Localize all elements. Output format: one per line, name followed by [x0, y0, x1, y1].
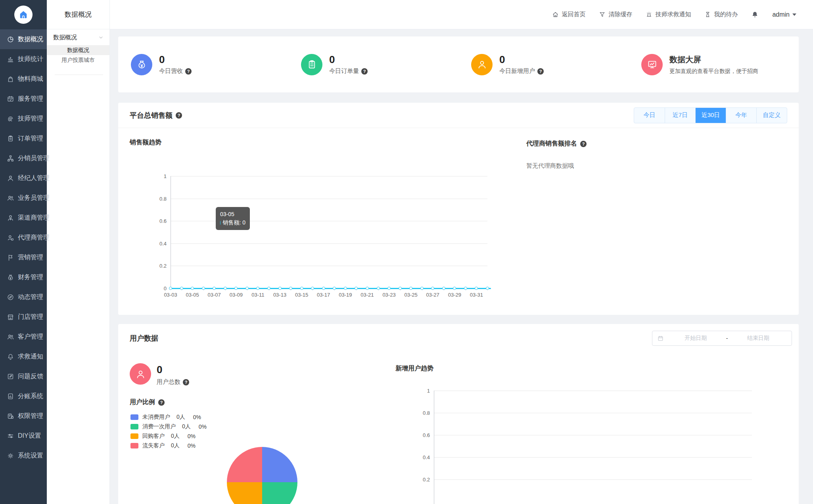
data-point-marker[interactable] — [224, 287, 227, 290]
data-point-marker[interactable] — [387, 287, 391, 290]
data-point-marker[interactable] — [475, 287, 478, 290]
data-point-marker[interactable] — [311, 287, 314, 290]
sliders-icon — [7, 432, 14, 440]
help-icon[interactable]: ? — [183, 379, 189, 385]
app-logo[interactable] — [0, 0, 47, 29]
data-point-marker[interactable] — [256, 287, 259, 290]
stat-card-label: 今日订单量 — [329, 67, 359, 75]
sidebar-item-5[interactable]: 订单管理 — [0, 128, 47, 148]
data-point-marker[interactable] — [322, 287, 325, 290]
data-point-marker[interactable] — [453, 287, 456, 290]
x-axis-label: 03-31 — [470, 292, 483, 298]
sales-trend-chart[interactable]: 00.20.40.60.8103-0303-0503-0703-0903-110… — [171, 176, 487, 288]
sidebar-item-12[interactable]: 财务管理 — [0, 267, 47, 287]
legend-item-3[interactable]: 流失客户0人0% — [130, 441, 207, 450]
range-tab-2[interactable]: 近30日 — [695, 108, 726, 123]
data-point-marker[interactable] — [267, 287, 270, 290]
sidebar-item-13[interactable]: 动态管理 — [0, 287, 47, 307]
submenu-item-1[interactable]: 用户投票城市 — [47, 55, 109, 65]
sidebar-item-16[interactable]: 求救通知 — [0, 347, 47, 366]
help-icon[interactable]: ? — [158, 399, 165, 406]
data-point-marker[interactable] — [278, 287, 282, 290]
stat-card-title[interactable]: 数据大屏 — [669, 54, 758, 65]
sidebar-item-8[interactable]: 业务员管理 — [0, 188, 47, 208]
help-icon[interactable]: ? — [580, 141, 587, 147]
compass-icon — [7, 293, 14, 301]
help-icon[interactable]: ? — [185, 68, 192, 75]
sidebar-item-4[interactable]: 技师管理 — [0, 109, 47, 128]
data-point-marker[interactable] — [442, 287, 445, 290]
data-point-marker[interactable] — [355, 287, 358, 290]
legend-item-0[interactable]: 未消费用户0人0% — [130, 412, 207, 422]
date-separator: - — [725, 335, 730, 341]
sidebar-item-11[interactable]: 营销管理 — [0, 247, 47, 267]
start-date-input[interactable]: 开始日期 — [667, 335, 725, 342]
legend-label: 消费一次用户 — [142, 423, 176, 430]
notifications-bell-button[interactable] — [751, 11, 759, 18]
help-icon[interactable]: ? — [537, 68, 544, 75]
sidebar-item-18[interactable]: 分账系统 — [0, 386, 47, 406]
data-point-marker[interactable] — [234, 287, 238, 290]
new-users-trend-chart[interactable]: 10.80.60.40.2 — [434, 391, 752, 504]
data-point-marker[interactable] — [213, 287, 216, 290]
legend-item-2[interactable]: 回购客户0人0% — [130, 431, 207, 441]
sidebar-item-7[interactable]: 经纪人管理 — [0, 168, 47, 188]
help-icon[interactable]: ? — [176, 112, 182, 119]
sidebar-item-20[interactable]: DIY设置 — [0, 426, 47, 446]
data-point-marker[interactable] — [245, 287, 249, 290]
help-icon[interactable]: ? — [361, 68, 368, 75]
submenu-group-toggle[interactable]: 数据概况 — [47, 29, 109, 45]
data-point-marker[interactable] — [333, 287, 336, 290]
data-point-marker[interactable] — [399, 287, 402, 290]
date-range-picker[interactable]: 开始日期 - 结束日期 — [652, 331, 792, 346]
range-tab-0[interactable]: 今日 — [634, 108, 665, 123]
sidebar-item-21[interactable]: 系统设置 — [0, 446, 47, 466]
data-point-marker[interactable] — [169, 287, 172, 290]
sidebar-item-9[interactable]: 渠道商管理 — [0, 208, 47, 228]
end-date-input[interactable]: 结束日期 — [729, 335, 787, 342]
data-screen-icon — [647, 59, 658, 70]
header-nav-1[interactable]: 清除缓存 — [599, 11, 632, 18]
data-point-marker[interactable] — [366, 287, 369, 290]
data-point-marker[interactable] — [191, 287, 194, 290]
user-tie-icon — [7, 214, 14, 222]
y-axis-label: 0.6 — [423, 432, 430, 438]
range-tab-3[interactable]: 今年 — [726, 108, 756, 123]
data-point-marker[interactable] — [180, 287, 183, 290]
data-point-marker[interactable] — [202, 287, 205, 290]
header-nav-2[interactable]: 技师求救通知 — [646, 11, 691, 18]
sidebar-item-3[interactable]: 服务管理 — [0, 89, 47, 109]
sidebar-item-17[interactable]: 问题反馈 — [0, 366, 47, 386]
sidebar-item-19[interactable]: 权限管理 — [0, 406, 47, 426]
sidebar-item-14[interactable]: 门店管理 — [0, 307, 47, 327]
data-point-marker[interactable] — [420, 287, 424, 290]
sidebar-item-label: 求救通知 — [18, 353, 43, 361]
data-point-marker[interactable] — [409, 287, 412, 290]
data-point-marker[interactable] — [344, 287, 347, 290]
sidebar-item-15[interactable]: 客户管理 — [0, 327, 47, 347]
range-tab-1[interactable]: 近7日 — [665, 108, 695, 123]
legend-item-1[interactable]: 消费一次用户0人0% — [130, 422, 207, 431]
sidebar-item-2[interactable]: 物料商城 — [0, 69, 47, 89]
technician-icon — [7, 115, 14, 123]
range-tab-4[interactable]: 自定义 — [756, 108, 787, 123]
sidebar-item-1[interactable]: 技师统计 — [0, 49, 47, 69]
data-point-marker[interactable] — [300, 287, 303, 290]
sidebar-item-10[interactable]: 代理商管理 — [0, 228, 47, 247]
user-menu[interactable]: admin — [772, 11, 796, 18]
user-ratio-pie-chart[interactable] — [227, 447, 297, 504]
sidebar-item-0[interactable]: 数据概况 — [0, 29, 47, 49]
header-nav-0[interactable]: 返回首页 — [552, 11, 585, 18]
submenu-item-0[interactable]: 数据概况 — [47, 45, 109, 55]
data-point-marker[interactable] — [486, 287, 489, 290]
user-panel-header: 用户数据 开始日期 - 结束日期 — [118, 324, 799, 353]
header-nav-3[interactable]: 我的待办 — [704, 11, 738, 18]
sidebar-item-6[interactable]: 分销员管理 — [0, 148, 47, 168]
sidebar-item-label: 数据概况 — [18, 35, 43, 44]
user-icon — [135, 369, 146, 379]
data-point-marker[interactable] — [464, 287, 467, 290]
y-axis-label: 1 — [164, 173, 167, 179]
data-point-marker[interactable] — [377, 287, 380, 290]
data-point-marker[interactable] — [431, 287, 434, 290]
data-point-marker[interactable] — [289, 287, 292, 290]
